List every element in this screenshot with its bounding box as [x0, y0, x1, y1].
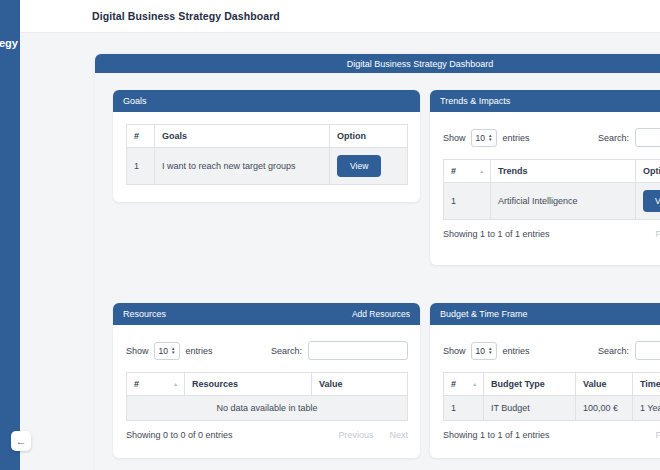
- goals-panel-title: Goals: [123, 96, 147, 106]
- resources-page-size-select[interactable]: 10 ▲▼: [154, 342, 181, 360]
- budget-table-header-row: # ▴ Budget Type Value Time Frame: [444, 373, 660, 396]
- trends-table-header-row: # ▴ Trends Option: [444, 160, 660, 183]
- resources-col-resources[interactable]: Resources: [185, 373, 312, 396]
- back-arrow-icon: ←: [16, 436, 27, 447]
- budget-pagination: Previous Next: [655, 430, 660, 440]
- resources-panel-title: Resources: [123, 309, 166, 319]
- resources-panel: Resources Add Resources Show 10 ▲▼ entri…: [113, 303, 420, 458]
- resources-empty-row: No data available in table: [127, 396, 408, 421]
- budget-table: # ▴ Budget Type Value Time Frame 1 IT Bu…: [443, 372, 660, 421]
- budget-search-group: Search:: [598, 341, 660, 360]
- show-label: Show: [126, 346, 149, 356]
- sidebar: egy: [0, 0, 20, 470]
- goals-col-goals: Goals: [155, 125, 330, 148]
- goals-table-header-row: # Goals Option: [127, 125, 408, 148]
- entries-label: entries: [185, 346, 212, 356]
- show-label: Show: [443, 346, 466, 356]
- trends-previous-button[interactable]: Previous: [655, 229, 660, 239]
- sidebar-collapse-button[interactable]: ←: [11, 431, 31, 451]
- sort-asc-icon: ▴: [480, 168, 483, 174]
- trends-info-text: Showing 1 to 1 of 1 entries: [443, 229, 550, 239]
- trends-search-input[interactable]: [635, 128, 660, 147]
- page-title: Digital Business Strategy Dashboard: [92, 10, 280, 22]
- budget-col-timeframe[interactable]: Time Frame: [633, 373, 660, 396]
- page-size-value: 10: [476, 133, 485, 143]
- search-label: Search:: [271, 346, 302, 356]
- dashboard-banner-title: Digital Business Strategy Dashboard: [347, 59, 494, 69]
- trends-page-size-select[interactable]: 10 ▲▼: [471, 129, 498, 147]
- budget-panel: Budget & Time Frame Show 10 ▲▼ entries S…: [430, 303, 660, 458]
- goals-panel-body: # Goals Option 1 I want to reach new tar…: [113, 112, 420, 195]
- resources-empty-text: No data available in table: [127, 396, 408, 421]
- entries-label: entries: [502, 133, 529, 143]
- budget-show-group: Show 10 ▲▼ entries: [443, 342, 529, 360]
- budget-page-size-select[interactable]: 10 ▲▼: [471, 342, 498, 360]
- resources-col-num[interactable]: # ▴: [127, 373, 185, 396]
- select-stepper-icon: ▲▼: [171, 347, 175, 354]
- show-label: Show: [443, 133, 466, 143]
- trends-view-button[interactable]: View: [643, 190, 660, 212]
- resources-show-group: Show 10 ▲▼ entries: [126, 342, 212, 360]
- budget-table-row: 1 IT Budget 100,00 € 1 Years: [444, 396, 660, 421]
- search-label: Search:: [598, 346, 629, 356]
- budget-info-text: Showing 1 to 1 of 1 entries: [443, 430, 550, 440]
- resources-search-group: Search:: [271, 341, 408, 360]
- trends-row-num: 1: [444, 183, 491, 220]
- trends-show-group: Show 10 ▲▼ entries: [443, 129, 529, 147]
- search-label: Search:: [598, 133, 629, 143]
- add-resources-button[interactable]: Add Resources: [352, 309, 410, 319]
- resources-col-value[interactable]: Value: [312, 373, 408, 396]
- trends-panel: Trends & Impacts Show 10 ▲▼ entries Sear…: [430, 90, 660, 265]
- resources-previous-button[interactable]: Previous: [338, 430, 373, 440]
- goals-col-num: #: [127, 125, 155, 148]
- budget-table-footer: Showing 1 to 1 of 1 entries Previous Nex…: [443, 430, 660, 440]
- trends-controls: Show 10 ▲▼ entries Search:: [443, 128, 660, 147]
- trends-table: # ▴ Trends Option 1 Artificial Intellige…: [443, 159, 660, 220]
- budget-panel-title: Budget & Time Frame: [440, 309, 528, 319]
- goals-row-text: I want to reach new target groups: [155, 148, 330, 185]
- goals-row-num: 1: [127, 148, 155, 185]
- resources-pagination: Previous Next: [338, 430, 408, 440]
- resources-panel-body: Show 10 ▲▼ entries Search:: [113, 325, 420, 450]
- select-stepper-icon: ▲▼: [488, 134, 492, 141]
- resources-table-header-row: # ▴ Resources Value: [127, 373, 408, 396]
- sort-asc-icon: ▴: [473, 381, 476, 387]
- resources-table: # ▴ Resources Value No data available in…: [126, 372, 408, 421]
- dashboard-banner: Digital Business Strategy Dashboard: [95, 54, 660, 73]
- trends-col-option: Option: [636, 160, 660, 183]
- goals-view-button[interactable]: View: [337, 155, 381, 177]
- page-size-value: 10: [476, 346, 485, 356]
- trends-panel-body: Show 10 ▲▼ entries Search:: [430, 112, 660, 249]
- resources-next-button[interactable]: Next: [389, 430, 408, 440]
- trends-search-group: Search:: [598, 128, 660, 147]
- budget-row-value: 100,00 €: [576, 396, 633, 421]
- trends-table-row: 1 Artificial Intelligence View: [444, 183, 660, 220]
- goals-table-row: 1 I want to reach new target groups View: [127, 148, 408, 185]
- resources-panel-header: Resources Add Resources: [113, 303, 420, 325]
- dashboard-card: Digital Business Strategy Dashboard Goal…: [95, 54, 660, 470]
- budget-previous-button[interactable]: Previous: [655, 430, 660, 440]
- budget-row-type: IT Budget: [484, 396, 576, 421]
- budget-col-num[interactable]: # ▴: [444, 373, 484, 396]
- trends-col-num[interactable]: # ▴: [444, 160, 491, 183]
- budget-panel-header: Budget & Time Frame: [430, 303, 660, 325]
- entries-label: entries: [502, 346, 529, 356]
- budget-col-value[interactable]: Value: [576, 373, 633, 396]
- trends-pagination: Previous Next: [655, 229, 660, 239]
- resources-info-text: Showing 0 to 0 of 0 entries: [126, 430, 233, 440]
- trends-row-text: Artificial Intelligence: [491, 183, 636, 220]
- goals-col-option: Option: [330, 125, 408, 148]
- budget-col-type[interactable]: Budget Type: [484, 373, 576, 396]
- budget-controls: Show 10 ▲▼ entries Search:: [443, 341, 660, 360]
- resources-search-input[interactable]: [308, 341, 408, 360]
- budget-row-num: 1: [444, 396, 484, 421]
- trends-panel-title: Trends & Impacts: [440, 96, 510, 106]
- trends-col-trends[interactable]: Trends: [491, 160, 636, 183]
- top-header: Digital Business Strategy Dashboard: [20, 0, 660, 33]
- resources-table-footer: Showing 0 to 0 of 0 entries Previous Nex…: [126, 430, 408, 440]
- budget-panel-body: Show 10 ▲▼ entries Search:: [430, 325, 660, 450]
- trends-table-footer: Showing 1 to 1 of 1 entries Previous Nex…: [443, 229, 660, 239]
- budget-search-input[interactable]: [635, 341, 660, 360]
- trends-panel-header: Trends & Impacts: [430, 90, 660, 112]
- goals-panel: Goals # Goals Option 1 I want to reach n…: [113, 90, 420, 202]
